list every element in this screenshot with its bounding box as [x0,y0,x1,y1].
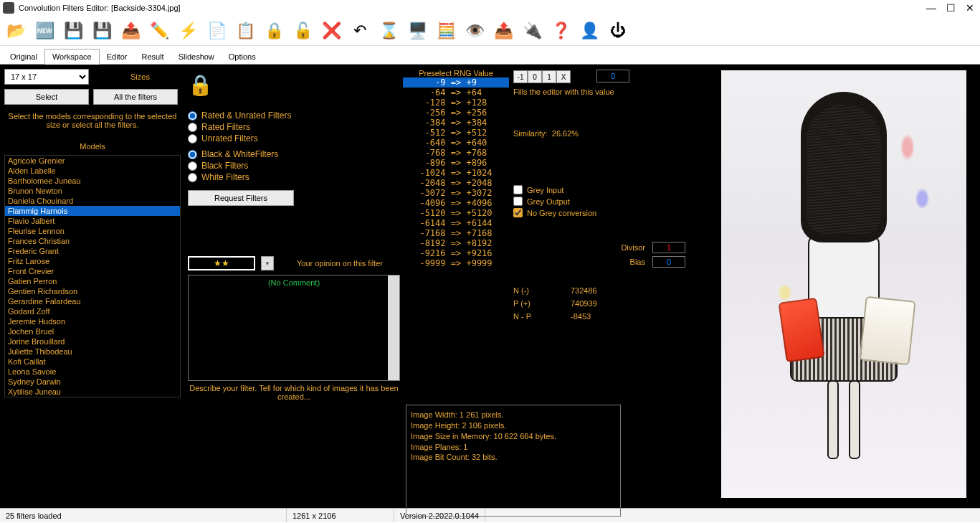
divisor-input[interactable]: 1 [652,242,685,253]
tab-original[interactable]: Original [3,50,44,64]
model-item[interactable]: Agricole Grenier [5,156,180,166]
hourglass-icon[interactable]: ⌛ [377,19,400,42]
model-item[interactable]: Juliette Thibodeau [5,347,180,357]
save-all-icon[interactable]: 💾 [90,19,113,42]
value-input[interactable]: 0 [596,70,629,83]
size-select[interactable]: 17 x 17 [4,69,89,85]
rng-item[interactable]: -8192 => +8192 [403,238,509,248]
rng-item[interactable]: -9999 => +9999 [403,258,509,268]
copy-icon[interactable]: 📄 [205,19,228,42]
model-item[interactable]: Leona Savoie [5,367,180,377]
cancel-icon[interactable]: ❌ [320,19,343,42]
minimize-icon[interactable]: — [926,2,936,14]
tab-options[interactable]: Options [222,50,263,64]
rng-item[interactable]: -64 => +64 [403,88,509,98]
bw-radio[interactable]: Black Filters [188,160,400,171]
model-item[interactable]: Gentien Richardson [5,286,180,296]
comment-scrollbar[interactable] [388,275,399,380]
model-item[interactable]: Fritz Larose [5,256,180,266]
rng-item[interactable]: -256 => +256 [403,108,509,118]
model-item[interactable]: Front Crevier [5,266,180,276]
calc-icon[interactable]: 🧮 [434,19,457,42]
tab-workspace[interactable]: Workspace [44,49,100,65]
export2-icon[interactable]: 📤 [492,19,515,42]
close-icon[interactable]: ✕ [966,2,974,14]
rng-item[interactable]: -7168 => +7168 [403,228,509,238]
quick-value-button[interactable]: X [556,70,571,83]
model-item[interactable]: Fleurise Lennon [5,226,180,236]
model-item[interactable]: Frederic Grant [5,246,180,256]
rng-item[interactable]: -9 => +9 [403,77,509,88]
model-item[interactable]: Flavio Jalbert [5,216,180,226]
wizard-icon[interactable]: ⚡ [176,19,199,42]
model-item[interactable]: Zerane Cossette [5,397,180,397]
undo-icon[interactable]: ↶ [348,19,371,42]
paste-icon[interactable]: 📋 [234,19,257,42]
all-filters-button[interactable]: All the filters [93,89,178,105]
rng-item[interactable]: -5120 => +5120 [403,208,509,218]
model-item[interactable]: Sydney Darwin [5,377,180,387]
model-item[interactable]: Aiden Labelle [5,166,180,176]
folder-icon[interactable]: 📂 [4,19,27,42]
model-item[interactable]: Jeremie Hudson [5,316,180,326]
rng-item[interactable]: -4096 => +4096 [403,198,509,208]
tab-result[interactable]: Result [134,50,171,64]
user-icon[interactable]: 👤 [578,19,601,42]
rng-item[interactable]: -640 => +640 [403,138,509,148]
export-icon[interactable]: 📤 [119,19,142,42]
model-item[interactable]: Kofi Caillat [5,357,180,367]
tab-slideshow[interactable]: Slideshow [171,50,222,64]
new-icon[interactable]: 🆕 [33,19,56,42]
request-filters-button[interactable]: Request Filters [188,190,294,206]
rating-radio[interactable]: Unrated Filters [188,133,400,144]
grey-output-check[interactable]: Grey Output [513,197,685,206]
screen-icon[interactable]: 🖥️ [406,19,429,42]
rng-item[interactable]: -6144 => +6144 [403,218,509,228]
grey-input-check[interactable]: Grey Input [513,185,685,194]
model-item[interactable]: Gatien Perron [5,276,180,286]
rng-item[interactable]: -768 => +768 [403,148,509,158]
rng-item[interactable]: -3072 => +3072 [403,188,509,198]
maximize-icon[interactable]: ☐ [946,2,956,14]
rng-item[interactable]: -1024 => +1024 [403,168,509,178]
model-item[interactable]: Xytilise Juneau [5,387,180,397]
model-item[interactable]: Bartholomee Juneau [5,176,180,186]
rating-radio[interactable]: Rated & Unrated Filters [188,110,400,121]
tab-editor[interactable]: Editor [100,50,135,64]
model-item[interactable]: Jorine Brouillard [5,336,180,347]
rating-dropdown[interactable]: ★★ [188,256,255,270]
power-icon[interactable]: ⏻ [606,19,629,42]
usb-icon[interactable]: 🔌 [520,19,543,42]
quick-value-button[interactable]: 0 [528,70,542,83]
bias-input[interactable]: 0 [652,256,685,268]
model-item[interactable]: Jochen Bruel [5,326,180,336]
no-grey-check[interactable]: No Grey conversion [513,208,685,217]
model-item[interactable]: Daniela Chouinard [5,196,180,206]
rating-dropdown-arrow[interactable]: ▼ [261,256,274,270]
rng-list[interactable]: -9 => +9-64 => +64-128 => +128-256 => +2… [403,77,509,268]
rng-item[interactable]: -2048 => +2048 [403,178,509,188]
models-list[interactable]: Agricole GrenierAiden LabelleBartholomee… [4,155,181,397]
rng-item[interactable]: -9216 => +9216 [403,248,509,258]
rng-item[interactable]: -128 => +128 [403,98,509,108]
bw-radio[interactable]: Black & WhiteFilters [188,149,400,160]
lock-icon[interactable]: 🔒 [262,19,285,42]
rng-item[interactable]: -896 => +896 [403,158,509,168]
model-item[interactable]: Flammig Harnois [5,206,180,216]
rating-radio[interactable]: Rated Filters [188,121,400,133]
help-icon[interactable]: ❓ [549,19,572,42]
bw-radio[interactable]: White Filters [188,171,400,183]
model-item[interactable]: Brunon Newton [5,186,180,196]
quick-value-button[interactable]: 1 [542,70,556,83]
model-item[interactable]: Gerardine Falardeau [5,296,180,306]
edit-icon[interactable]: ✏️ [148,19,171,42]
quick-value-button[interactable]: -1 [513,70,528,83]
rng-item[interactable]: -512 => +512 [403,128,509,138]
select-button[interactable]: Select [4,89,89,105]
save-icon[interactable]: 💾 [62,19,85,42]
comment-box[interactable]: (No Comment) [188,275,400,381]
unlock-icon[interactable]: 🔓 [291,19,314,42]
model-item[interactable]: Godard Zoff [5,306,180,316]
model-item[interactable]: Frances Christian [5,236,180,246]
eye-icon[interactable]: 👁️ [463,19,486,42]
